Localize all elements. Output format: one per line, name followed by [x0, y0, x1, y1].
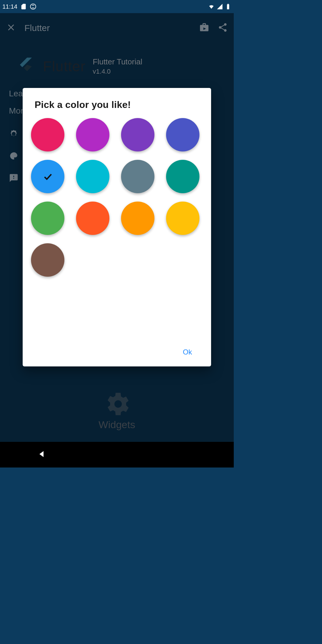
- svg-point-0: [30, 4, 36, 9]
- color-swatch-cyan[interactable]: [76, 160, 109, 193]
- sync-off-icon: [30, 3, 36, 10]
- color-swatch-blue[interactable]: [31, 160, 64, 193]
- wifi-icon: [208, 3, 215, 10]
- color-swatch-deep-purple[interactable]: [121, 118, 154, 151]
- dialog-title: Pick a color you like!: [35, 99, 204, 110]
- battery-icon: [225, 3, 231, 10]
- color-swatch-green[interactable]: [31, 202, 64, 235]
- color-swatch-blue-grey[interactable]: [121, 160, 154, 193]
- color-picker-dialog: Pick a color you like! Ok: [23, 88, 211, 366]
- cell-signal-icon: [216, 3, 223, 10]
- color-swatch-pink[interactable]: [31, 118, 64, 151]
- ok-button[interactable]: Ok: [177, 344, 198, 360]
- color-swatch-brown[interactable]: [31, 243, 64, 277]
- status-bar: 11:14: [0, 0, 234, 13]
- color-swatch-deep-orange[interactable]: [76, 202, 109, 235]
- android-nav-bar: [0, 442, 234, 467]
- nav-back-button[interactable]: [38, 450, 47, 460]
- color-swatch-teal[interactable]: [166, 160, 199, 193]
- color-swatch-purple[interactable]: [76, 118, 109, 151]
- color-swatch-orange[interactable]: [121, 202, 154, 235]
- color-swatch-amber[interactable]: [166, 202, 199, 235]
- color-swatch-indigo[interactable]: [166, 118, 199, 151]
- check-icon: [42, 171, 53, 182]
- sd-card-icon: [20, 3, 27, 10]
- color-grid: [30, 118, 204, 277]
- status-time: 11:14: [2, 3, 17, 10]
